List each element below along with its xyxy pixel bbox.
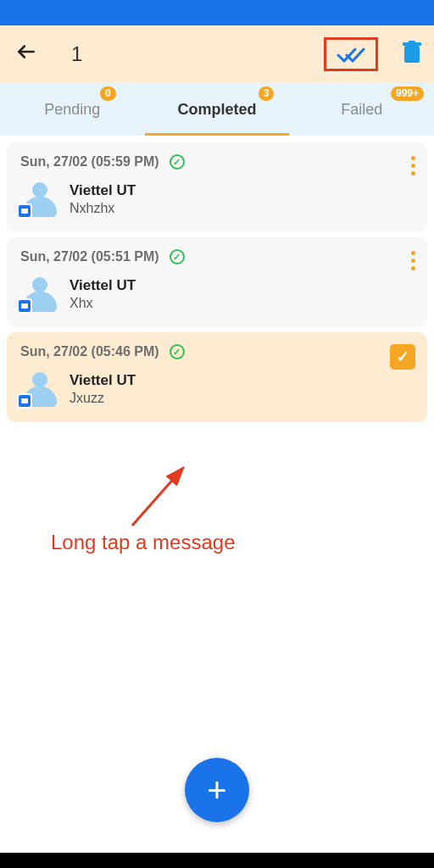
annotation-arrow-icon [124, 458, 200, 534]
contact-name: Viettel UT [70, 372, 136, 389]
status-ok-icon [170, 249, 185, 264]
message-text: Xhx [70, 296, 136, 311]
tab-pending[interactable]: Pending 0 [0, 83, 145, 136]
message-timestamp: Sun, 27/02 (05:46 PM) [20, 344, 159, 359]
tab-badge: 999+ [391, 86, 424, 101]
message-card[interactable]: Sun, 27/02 (05:59 PM) Viettel UT Nxhzhx [7, 142, 427, 232]
status-ok-icon [170, 344, 185, 359]
tab-badge: 3 [259, 86, 275, 101]
message-timestamp: Sun, 27/02 (05:51 PM) [20, 249, 159, 264]
nav-bar [0, 853, 434, 868]
message-text: Nxhzhx [70, 201, 136, 216]
message-timestamp: Sun, 27/02 (05:59 PM) [20, 154, 159, 170]
selection-toolbar: 1 [0, 25, 434, 83]
message-card-selected[interactable]: Sun, 27/02 (05:46 PM) ✓ Viettel UT Jxuzz [7, 332, 427, 422]
selected-count: 1 [71, 42, 82, 66]
sms-badge-icon [17, 203, 32, 219]
status-bar [0, 0, 434, 25]
svg-rect-3 [409, 41, 415, 43]
fab-add-button[interactable]: + [185, 758, 249, 822]
tab-failed[interactable]: Failed 999+ [289, 83, 434, 136]
contact-name: Viettel UT [70, 182, 136, 199]
svg-rect-1 [404, 46, 420, 63]
trash-icon [402, 41, 422, 64]
avatar [20, 370, 59, 409]
more-menu-button[interactable] [411, 156, 415, 175]
more-menu-button[interactable] [411, 251, 415, 270]
annotation-text: Long tap a message [51, 531, 236, 554]
tab-completed[interactable]: Completed 3 [145, 83, 290, 136]
status-ok-icon [170, 154, 185, 170]
select-all-button[interactable] [324, 37, 378, 71]
contact-name: Viettel UT [70, 277, 136, 294]
selected-check-icon[interactable]: ✓ [390, 344, 415, 370]
back-button[interactable] [15, 41, 37, 69]
sms-badge-icon [17, 393, 32, 409]
double-check-icon [337, 45, 365, 64]
tab-badge: 0 [100, 86, 116, 101]
svg-line-4 [132, 468, 183, 526]
tab-label: Pending [44, 101, 100, 119]
avatar [20, 180, 59, 219]
tabs: Pending 0 Completed 3 Failed 999+ [0, 83, 434, 136]
message-text: Jxuzz [70, 391, 136, 406]
sms-badge-icon [17, 298, 32, 314]
message-list: Sun, 27/02 (05:59 PM) Viettel UT Nxhzhx … [0, 136, 434, 434]
plus-icon: + [207, 771, 226, 810]
active-tab-underline [145, 133, 290, 136]
tab-label: Completed [178, 101, 257, 119]
tab-label: Failed [341, 101, 382, 119]
delete-button[interactable] [402, 41, 422, 68]
message-card[interactable]: Sun, 27/02 (05:51 PM) Viettel UT Xhx [7, 237, 427, 327]
avatar [20, 275, 59, 314]
